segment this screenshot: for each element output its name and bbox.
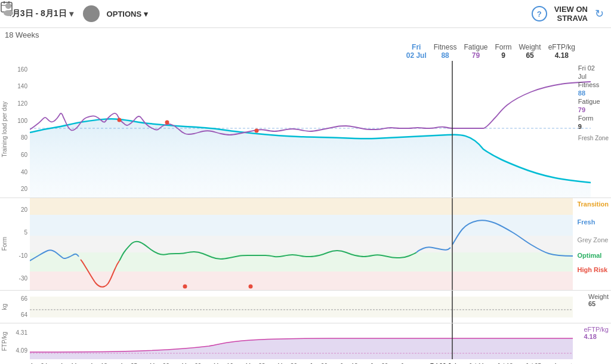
fitness-right-legend: Fri 02 Jul Fitness 88 Fatigue 79 Form 9 … [578, 64, 609, 143]
fitness-y-label: Training load per day [1, 101, 8, 158]
legend-date: 02 Jul [406, 51, 427, 60]
options-menu[interactable]: OPTIONS ▾ [107, 10, 149, 18]
strava-button[interactable]: VIEW ONSTRAVA [554, 5, 588, 23]
weight-val: 65 [588, 300, 609, 307]
form-header: Form [495, 43, 512, 51]
date-range-arrow: ▾ [69, 9, 73, 18]
weeks-label: 18 Weeks [0, 28, 611, 42]
weight-svg [30, 291, 573, 323]
form-right-legend: Transition Fresh Grey Zone Optimal High … [577, 200, 609, 273]
top-legend: Fri 02 Jul Fitness 88 Fatigue 79 Form 9 … [0, 42, 611, 61]
right-fatigue-label: Fatigue [578, 98, 600, 105]
weight-chart: 66 64 kg Weight 65 [0, 291, 611, 323]
fatigue-value: 79 [464, 51, 487, 60]
svg-rect-19 [30, 297, 573, 317]
right-fresh-label: Fresh Zone [578, 135, 609, 141]
date-range-selector[interactable]: 4月3日 - 8月1日 ▾ [7, 8, 73, 19]
eftp-value: 4.18 [548, 51, 575, 60]
user-avatar[interactable] [83, 5, 100, 22]
svg-point-7 [118, 118, 122, 122]
fitness-header: Fitness [434, 43, 457, 51]
svg-rect-13 [30, 236, 573, 252]
form-chart: 20 5 -10 -30 Form [0, 198, 611, 291]
fresh-zone-label: Fresh [577, 218, 609, 226]
svg-rect-15 [30, 272, 573, 291]
right-fitness-label: Fitness [578, 81, 599, 88]
form-svg [30, 198, 573, 291]
ftp-right-legend: eFTP/kg 4.18 [584, 326, 609, 340]
eftp-header: eFTP/kg [548, 43, 575, 51]
weight-y-label: kg [1, 304, 8, 310]
svg-rect-12 [30, 215, 573, 236]
weight-label: Weight [588, 293, 609, 300]
svg-rect-11 [30, 198, 573, 215]
options-label: OPTIONS [107, 10, 142, 18]
x-axis: Apr 04 Apr 11 Apr 18 Apr 25 May 02 May 0… [0, 359, 611, 364]
help-button[interactable]: ? [532, 6, 547, 21]
weight-header: Weight [519, 43, 541, 51]
fitness-svg [30, 61, 603, 198]
ftp-val: 4.18 [584, 333, 609, 340]
header: 4月3日 - 8月1日 ▾ OPTIONS ▾ ? VIEW ONSTRAVA … [0, 0, 611, 28]
ftp-y-label: FTP/kg [1, 332, 8, 351]
transition-label: Transition [577, 200, 609, 208]
fatigue-header: Fatigue [464, 43, 487, 51]
legend-day: Fri [406, 43, 427, 51]
svg-point-16 [183, 285, 187, 289]
weight-value: 65 [519, 51, 541, 60]
ftp-chart: 4.31 4.09 FTP/kg eFTP/kg 4.18 [0, 323, 611, 359]
fitness-chart: 160 140 120 100 80 60 40 20 Training loa… [0, 61, 611, 198]
right-form-val: 9 [578, 123, 609, 130]
grey-zone-label: Grey Zone [577, 236, 609, 243]
svg-point-17 [249, 285, 253, 289]
highrisk-label: High Risk [577, 266, 609, 273]
weight-right-legend: Weight 65 [588, 293, 609, 307]
right-fitness-val: 88 [578, 90, 609, 97]
fitness-value: 88 [434, 51, 457, 60]
optimal-label: Optimal [577, 252, 609, 259]
ftp-svg [30, 323, 573, 359]
form-value: 9 [495, 51, 512, 60]
form-y-label: Form [1, 237, 8, 251]
right-date1: Fri 02 [578, 64, 609, 72]
svg-point-9 [255, 129, 259, 133]
svg-rect-14 [30, 252, 573, 272]
right-fatigue-val: 79 [578, 106, 609, 113]
options-arrow: ▾ [144, 10, 148, 18]
svg-point-8 [165, 121, 169, 125]
right-form-label: Form [578, 115, 594, 122]
refresh-button[interactable]: ↻ [595, 7, 604, 20]
ftp-label: eFTP/kg [584, 326, 609, 333]
right-date2: Jul [578, 73, 609, 80]
